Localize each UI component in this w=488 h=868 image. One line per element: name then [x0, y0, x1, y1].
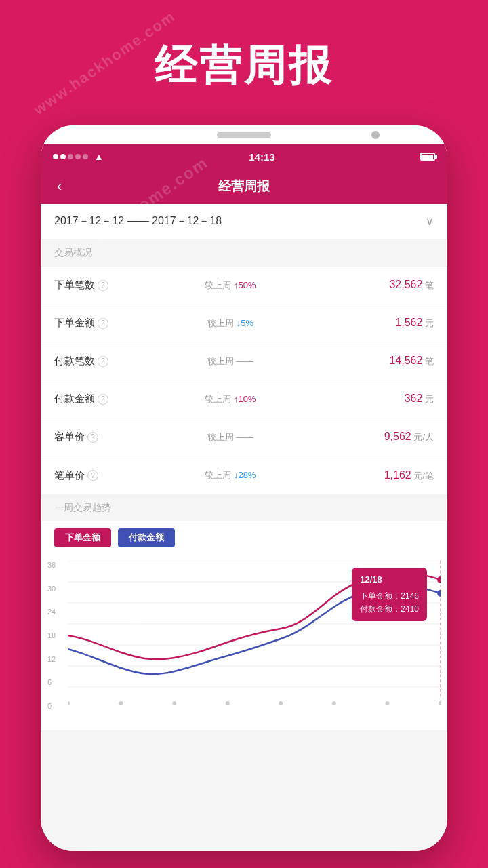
stat-name-order-amount: 下单金额 ?	[54, 317, 108, 330]
compare-value-pay-count: ——	[236, 356, 253, 366]
stat-value-pay-amount: 362 元	[352, 393, 434, 406]
signal-dot-2	[60, 154, 66, 159]
svg-point-7	[68, 701, 70, 705]
stat-compare-avg-order: 较上周 ↓28%	[108, 469, 352, 481]
svg-point-11	[279, 701, 283, 705]
battery-icon	[420, 153, 435, 161]
stat-value-avg-order: 1,162 元/笔	[352, 469, 434, 482]
trend-section-header: 一周交易趋势	[41, 494, 447, 521]
y-label-12: 12	[47, 655, 56, 663]
chart-legend: 下单金额 付款金额	[41, 521, 447, 554]
nav-bar: ‹ 经营周报	[41, 169, 447, 204]
transaction-section-header: 交易概况	[41, 239, 447, 267]
stat-compare-avg-customer: 较上周 ——	[108, 431, 352, 443]
y-label-36: 36	[47, 561, 56, 569]
y-label-6: 6	[47, 678, 56, 686]
stat-name-pay-amount: 付款金额 ?	[54, 393, 108, 406]
stat-row-pay-amount: 付款金额 ? 较上周 ↑10% 362 元	[41, 380, 447, 418]
date-range-text: 2017－12－12 —— 2017－12－18	[54, 214, 222, 229]
stat-value-order-amount: 1,562 元	[352, 317, 434, 330]
status-left: ▲	[53, 151, 104, 162]
y-label-24: 24	[47, 608, 56, 616]
status-time: 14:13	[249, 151, 274, 163]
stat-row-pay-count: 付款笔数 ? 较上周 —— 14,562 笔	[41, 342, 447, 380]
compare-value-order-count: ↑50%	[234, 280, 256, 290]
tooltip-pay-amount: 付款金额：2410	[360, 603, 419, 616]
y-label-30: 30	[47, 585, 56, 593]
stat-row-avg-order: 笔单价 ? 较上周 ↓28% 1,162 元/笔	[41, 456, 447, 494]
chart-area: 36 30 24 18 12 6 0 12/18 下单金额：2146 付款金额：…	[41, 554, 447, 730]
svg-point-16	[437, 590, 441, 597]
stat-compare-pay-amount: 较上周 ↑10%	[108, 393, 352, 406]
svg-point-14	[439, 701, 441, 705]
back-button[interactable]: ‹	[52, 172, 67, 201]
stat-value-pay-count: 14,562 笔	[352, 355, 434, 368]
compare-value-pay-amount: ↑10%	[234, 394, 256, 404]
battery-fill	[422, 155, 433, 160]
stat-compare-pay-count: 较上周 ——	[108, 355, 352, 368]
stat-name-avg-customer: 客单价 ?	[54, 431, 108, 443]
stat-compare-order-count: 较上周 ↑50%	[108, 279, 352, 292]
legend-pay-amount[interactable]: 付款金额	[118, 528, 175, 547]
signal-dots	[53, 154, 88, 159]
info-icon-avg-order[interactable]: ?	[87, 470, 98, 481]
stat-name-order-count: 下单笔数 ?	[54, 279, 108, 292]
status-bar: ▲ 14:13	[41, 144, 447, 169]
svg-point-10	[226, 701, 230, 705]
stat-row-order-amount: 下单金额 ? 较上周 ↓5% 1,562 元	[41, 304, 447, 342]
svg-point-8	[119, 701, 123, 705]
status-right	[420, 153, 435, 161]
nav-title: 经营周报	[218, 178, 270, 195]
info-icon-order-amount[interactable]: ?	[98, 318, 108, 329]
info-icon-pay-amount[interactable]: ?	[98, 394, 108, 405]
wifi-icon: ▲	[94, 151, 104, 162]
phone-speaker	[217, 132, 271, 138]
phone-frame: ▲ 14:13 ‹ 经营周报 2017－12－12 —— 2017－12－18 …	[41, 125, 447, 851]
trend-section-label: 一周交易趋势	[54, 502, 111, 514]
stat-name-pay-count: 付款笔数 ?	[54, 355, 108, 368]
signal-dot-5	[83, 154, 88, 159]
compare-value-avg-order: ↓28%	[234, 470, 256, 480]
main-content: 2017－12－12 —— 2017－12－18 ∨ 交易概况 下单笔数 ? 较…	[41, 204, 447, 851]
compare-value-avg-customer: ——	[236, 432, 253, 442]
stat-name-avg-order: 笔单价 ?	[54, 469, 108, 482]
tooltip-date: 12/18	[360, 573, 419, 587]
phone-top	[41, 125, 447, 144]
stat-row-order-count: 下单笔数 ? 较上周 ↑50% 32,562 笔	[41, 267, 447, 304]
tooltip-order-amount: 下单金额：2146	[360, 590, 419, 603]
info-icon-pay-count[interactable]: ?	[98, 356, 108, 367]
info-icon-avg-customer[interactable]: ?	[87, 432, 98, 443]
stat-row-avg-customer: 客单价 ? 较上周 —— 9,562 元/人	[41, 418, 447, 456]
svg-point-12	[332, 701, 336, 705]
signal-dot-1	[53, 154, 58, 159]
compare-value-order-amount: ↓5%	[237, 318, 253, 328]
stat-value-avg-customer: 9,562 元/人	[352, 431, 434, 443]
info-icon-order-count[interactable]: ?	[98, 280, 108, 291]
date-row[interactable]: 2017－12－12 —— 2017－12－18 ∨	[41, 204, 447, 239]
phone-camera	[371, 131, 380, 139]
signal-dot-4	[75, 154, 81, 159]
date-chevron-icon: ∨	[426, 215, 434, 228]
stat-compare-order-amount: 较上周 ↓5%	[108, 317, 352, 330]
chart-tooltip: 12/18 下单金额：2146 付款金额：2410	[352, 568, 427, 621]
svg-point-13	[385, 701, 389, 705]
stat-value-order-count: 32,562 笔	[352, 279, 434, 292]
signal-dot-3	[68, 154, 73, 159]
y-axis: 36 30 24 18 12 6 0	[47, 561, 56, 710]
y-label-18: 18	[47, 631, 56, 639]
y-label-0: 0	[47, 702, 56, 710]
stats-container: 下单笔数 ? 较上周 ↑50% 32,562 笔 下单金额 ? 较上周 ↓5%	[41, 267, 447, 494]
transaction-section-label: 交易概况	[54, 247, 92, 259]
svg-point-9	[172, 701, 176, 705]
page-title: 经营周报	[0, 37, 488, 94]
legend-order-amount[interactable]: 下单金额	[54, 528, 111, 547]
